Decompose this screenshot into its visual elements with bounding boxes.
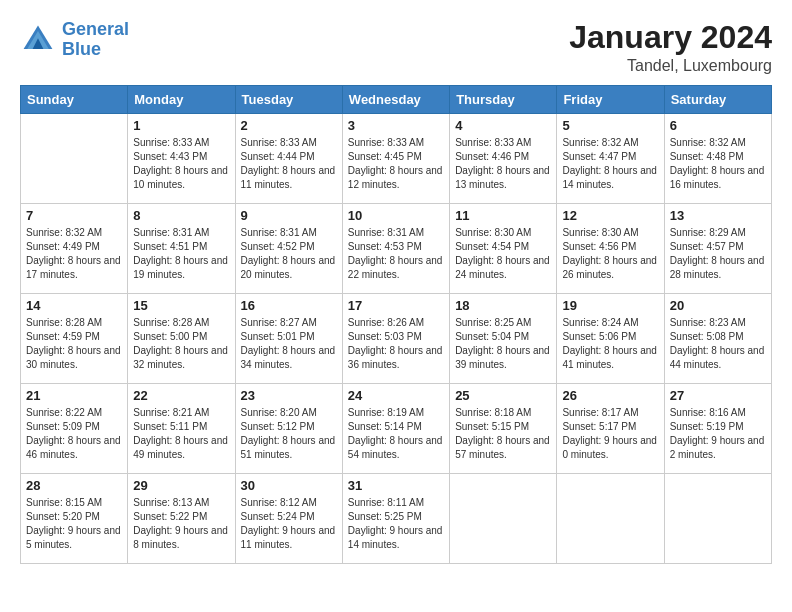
day-info: Sunrise: 8:11 AMSunset: 5:25 PMDaylight:… [348,496,444,552]
day-info: Sunrise: 8:22 AMSunset: 5:09 PMDaylight:… [26,406,122,462]
page: General Blue January 2024 Tandel, Luxemb… [0,0,792,612]
day-number: 3 [348,118,444,133]
day-number: 16 [241,298,337,313]
calendar-day-header: Thursday [450,86,557,114]
day-info: Sunrise: 8:13 AMSunset: 5:22 PMDaylight:… [133,496,229,552]
day-info: Sunrise: 8:29 AMSunset: 4:57 PMDaylight:… [670,226,766,282]
day-info: Sunrise: 8:23 AMSunset: 5:08 PMDaylight:… [670,316,766,372]
calendar-week-row: 1Sunrise: 8:33 AMSunset: 4:43 PMDaylight… [21,114,772,204]
calendar-day-cell: 23Sunrise: 8:20 AMSunset: 5:12 PMDayligh… [235,384,342,474]
day-number: 28 [26,478,122,493]
calendar-day-cell [557,474,664,564]
day-number: 26 [562,388,658,403]
day-number: 15 [133,298,229,313]
day-number: 8 [133,208,229,223]
calendar-day-cell: 7Sunrise: 8:32 AMSunset: 4:49 PMDaylight… [21,204,128,294]
day-number: 19 [562,298,658,313]
calendar-day-cell: 27Sunrise: 8:16 AMSunset: 5:19 PMDayligh… [664,384,771,474]
day-info: Sunrise: 8:30 AMSunset: 4:54 PMDaylight:… [455,226,551,282]
calendar-header-row: SundayMondayTuesdayWednesdayThursdayFrid… [21,86,772,114]
calendar-week-row: 14Sunrise: 8:28 AMSunset: 4:59 PMDayligh… [21,294,772,384]
day-info: Sunrise: 8:26 AMSunset: 5:03 PMDaylight:… [348,316,444,372]
calendar-day-cell: 12Sunrise: 8:30 AMSunset: 4:56 PMDayligh… [557,204,664,294]
day-number: 14 [26,298,122,313]
calendar-day-cell: 18Sunrise: 8:25 AMSunset: 5:04 PMDayligh… [450,294,557,384]
day-number: 31 [348,478,444,493]
day-info: Sunrise: 8:28 AMSunset: 5:00 PMDaylight:… [133,316,229,372]
location-title: Tandel, Luxembourg [569,57,772,75]
calendar-day-cell: 25Sunrise: 8:18 AMSunset: 5:15 PMDayligh… [450,384,557,474]
day-number: 6 [670,118,766,133]
day-info: Sunrise: 8:16 AMSunset: 5:19 PMDaylight:… [670,406,766,462]
day-number: 24 [348,388,444,403]
month-title: January 2024 [569,20,772,55]
day-info: Sunrise: 8:32 AMSunset: 4:47 PMDaylight:… [562,136,658,192]
calendar-week-row: 21Sunrise: 8:22 AMSunset: 5:09 PMDayligh… [21,384,772,474]
day-number: 11 [455,208,551,223]
day-info: Sunrise: 8:20 AMSunset: 5:12 PMDaylight:… [241,406,337,462]
day-number: 23 [241,388,337,403]
day-number: 17 [348,298,444,313]
calendar-day-cell: 21Sunrise: 8:22 AMSunset: 5:09 PMDayligh… [21,384,128,474]
calendar-day-cell: 11Sunrise: 8:30 AMSunset: 4:54 PMDayligh… [450,204,557,294]
day-number: 9 [241,208,337,223]
calendar-day-cell: 16Sunrise: 8:27 AMSunset: 5:01 PMDayligh… [235,294,342,384]
day-number: 7 [26,208,122,223]
calendar-day-cell: 28Sunrise: 8:15 AMSunset: 5:20 PMDayligh… [21,474,128,564]
logo-general: General [62,19,129,39]
day-info: Sunrise: 8:31 AMSunset: 4:53 PMDaylight:… [348,226,444,282]
day-info: Sunrise: 8:33 AMSunset: 4:44 PMDaylight:… [241,136,337,192]
day-info: Sunrise: 8:32 AMSunset: 4:48 PMDaylight:… [670,136,766,192]
day-info: Sunrise: 8:33 AMSunset: 4:46 PMDaylight:… [455,136,551,192]
calendar-day-cell: 4Sunrise: 8:33 AMSunset: 4:46 PMDaylight… [450,114,557,204]
day-number: 20 [670,298,766,313]
logo-icon [20,22,56,58]
day-info: Sunrise: 8:25 AMSunset: 5:04 PMDaylight:… [455,316,551,372]
day-info: Sunrise: 8:17 AMSunset: 5:17 PMDaylight:… [562,406,658,462]
day-number: 10 [348,208,444,223]
day-number: 18 [455,298,551,313]
calendar-day-cell: 1Sunrise: 8:33 AMSunset: 4:43 PMDaylight… [128,114,235,204]
day-number: 2 [241,118,337,133]
day-info: Sunrise: 8:32 AMSunset: 4:49 PMDaylight:… [26,226,122,282]
calendar-day-cell [664,474,771,564]
calendar-day-cell: 2Sunrise: 8:33 AMSunset: 4:44 PMDaylight… [235,114,342,204]
day-number: 21 [26,388,122,403]
calendar-day-cell: 9Sunrise: 8:31 AMSunset: 4:52 PMDaylight… [235,204,342,294]
logo-blue: Blue [62,39,101,59]
day-info: Sunrise: 8:18 AMSunset: 5:15 PMDaylight:… [455,406,551,462]
day-info: Sunrise: 8:19 AMSunset: 5:14 PMDaylight:… [348,406,444,462]
calendar-day-cell: 19Sunrise: 8:24 AMSunset: 5:06 PMDayligh… [557,294,664,384]
calendar-day-cell: 22Sunrise: 8:21 AMSunset: 5:11 PMDayligh… [128,384,235,474]
calendar-day-cell: 17Sunrise: 8:26 AMSunset: 5:03 PMDayligh… [342,294,449,384]
day-info: Sunrise: 8:27 AMSunset: 5:01 PMDaylight:… [241,316,337,372]
calendar-day-cell: 14Sunrise: 8:28 AMSunset: 4:59 PMDayligh… [21,294,128,384]
day-number: 12 [562,208,658,223]
day-info: Sunrise: 8:31 AMSunset: 4:51 PMDaylight:… [133,226,229,282]
day-number: 1 [133,118,229,133]
logo: General Blue [20,20,129,60]
calendar-day-cell: 26Sunrise: 8:17 AMSunset: 5:17 PMDayligh… [557,384,664,474]
calendar-day-cell: 10Sunrise: 8:31 AMSunset: 4:53 PMDayligh… [342,204,449,294]
calendar-day-cell: 6Sunrise: 8:32 AMSunset: 4:48 PMDaylight… [664,114,771,204]
day-number: 13 [670,208,766,223]
day-number: 4 [455,118,551,133]
day-number: 5 [562,118,658,133]
day-info: Sunrise: 8:33 AMSunset: 4:43 PMDaylight:… [133,136,229,192]
day-info: Sunrise: 8:21 AMSunset: 5:11 PMDaylight:… [133,406,229,462]
calendar-day-cell: 15Sunrise: 8:28 AMSunset: 5:00 PMDayligh… [128,294,235,384]
day-number: 25 [455,388,551,403]
calendar-day-header: Sunday [21,86,128,114]
title-block: January 2024 Tandel, Luxembourg [569,20,772,75]
day-info: Sunrise: 8:12 AMSunset: 5:24 PMDaylight:… [241,496,337,552]
calendar-week-row: 28Sunrise: 8:15 AMSunset: 5:20 PMDayligh… [21,474,772,564]
day-info: Sunrise: 8:28 AMSunset: 4:59 PMDaylight:… [26,316,122,372]
day-number: 30 [241,478,337,493]
calendar-day-cell: 3Sunrise: 8:33 AMSunset: 4:45 PMDaylight… [342,114,449,204]
calendar-day-cell: 31Sunrise: 8:11 AMSunset: 5:25 PMDayligh… [342,474,449,564]
calendar-day-header: Tuesday [235,86,342,114]
calendar-day-header: Saturday [664,86,771,114]
calendar-day-cell: 5Sunrise: 8:32 AMSunset: 4:47 PMDaylight… [557,114,664,204]
calendar-day-cell: 20Sunrise: 8:23 AMSunset: 5:08 PMDayligh… [664,294,771,384]
header: General Blue January 2024 Tandel, Luxemb… [20,20,772,75]
